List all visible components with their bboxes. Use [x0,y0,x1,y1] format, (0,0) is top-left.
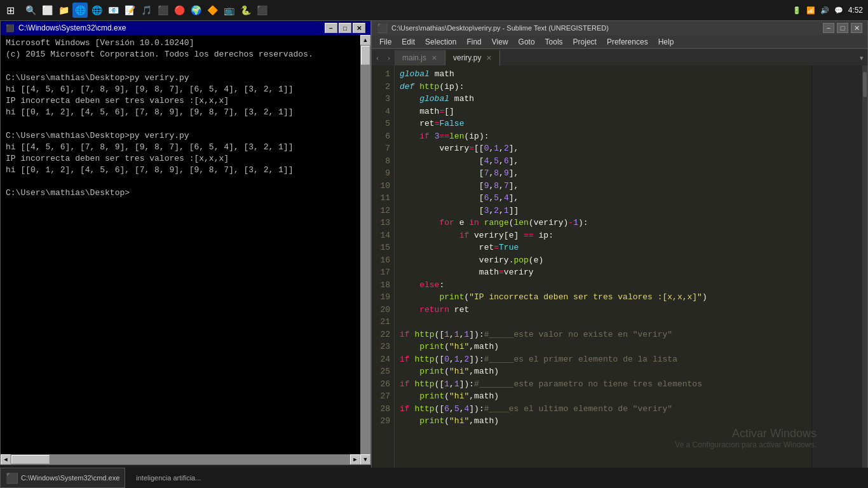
cmd-line: hi [[4, 5, 6], [7, 8, 9], [9, 8, 7], [6,… [6,84,365,95]
cmd-hscroll-thumb[interactable] [11,455,50,464]
menu-help[interactable]: Help [653,36,679,48]
cmd-close-button[interactable]: ✕ [353,23,365,33]
code-line-8: [4,5,6], [400,155,806,168]
tab-scroll-right-button[interactable]: › [383,50,395,65]
tab-main-js-close[interactable]: ✕ [431,54,437,62]
menu-edit[interactable]: Edit [397,36,420,48]
code-line-23: print("hi",math) [400,341,806,353]
code-line-2: def http(ip): [400,81,806,93]
menu-view[interactable]: View [487,36,513,48]
tab-scroll-left-button[interactable]: ‹ [372,50,383,65]
tab-veriry-py[interactable]: veriry.py ✕ [445,50,500,65]
menu-goto[interactable]: Goto [513,36,540,48]
cmd-scroll-down[interactable]: ▼ [360,454,370,464]
code-content[interactable]: global math def http(ip): global math ma… [395,65,811,473]
cmd-line: IP incorrecta deben ser tres valores :[x… [6,153,365,165]
code-line-24: if http([0,1,2]):#_____es el primer elem… [400,353,806,366]
cmd-maximize-button[interactable]: □ [339,23,351,33]
search-icon[interactable]: 🔍 [23,3,38,18]
app2-icon[interactable]: 📺 [221,3,236,18]
music-icon[interactable]: 🎵 [139,3,154,18]
sublime-titlebar: ⬛ C:\Users\mathias\Desktop\veriry.py - S… [372,21,867,35]
tab-main-js[interactable]: main.js ✕ [395,50,445,65]
code-line-29: print("hi",math) [400,415,806,428]
code-line-26: if http([1,1]):#_______este parametro no… [400,378,806,391]
bottom-thumbnail-label: inteligencia artificia... [136,474,201,482]
cmd-scroll-up[interactable]: ▲ [360,35,370,45]
cmd-scroll-left[interactable]: ◄ [1,454,11,464]
menu-selection[interactable]: Selection [420,36,461,48]
cmd-content: Microsoft Windows [Versión 10.0.10240] (… [1,35,370,464]
chrome-icon[interactable]: 🌐 [72,3,88,18]
code-line-11: [6,5,4], [400,192,806,205]
cmd-line [6,60,365,72]
code-line-28: if http([6,5,4]):#____es el ultimo eleme… [400,403,806,416]
menu-project[interactable]: Project [568,36,602,48]
cmd-taskbar-icon[interactable]: ⬛ [155,3,170,18]
sublime-minimize-button[interactable]: − [823,23,834,33]
tab-dropdown-button[interactable]: ▾ [856,50,867,65]
cmd-title-icon: ⬛ [6,24,15,32]
line-numbers: 12345 678910 1112131415 1617181920 21222… [372,65,395,473]
browser-icon[interactable]: 🌍 [188,3,203,18]
sublime-maximize-button[interactable]: □ [837,23,848,33]
cmd-minimize-button[interactable]: − [325,23,337,33]
sublime-window-controls: − □ ✕ [823,23,862,33]
cmd-line: C:\Users\mathias\Desktop>py veriry.py [6,72,365,84]
clock: 4:52 [848,6,863,15]
menu-preferences[interactable]: Preferences [602,36,653,48]
cmd-window-controls: − □ ✕ [325,23,365,33]
sublime-window: ⬛ C:\Users\mathias\Desktop\veriry.py - S… [371,20,868,488]
menu-tools[interactable]: Tools [540,36,568,48]
tab-veriry-py-close[interactable]: ✕ [486,54,492,62]
code-line-3: global math [400,93,806,105]
cmd-scrollbar[interactable]: ▲ ▼ [360,35,370,464]
bottom-task-cmd[interactable]: ⬛ C:\Windows\System32\cmd.exe [0,468,125,488]
volume-icon: 🔊 [820,6,829,15]
code-line-9: [7,8,9], [400,167,806,180]
code-line-4: math=[] [400,105,806,118]
taskbar-icons: 🔍 ⬜ 📁 🌐 🌐 📧 📝 🎵 ⬛ 🔴 🌍 🔶 📺 🐍 ⬛ [20,3,272,18]
bottom-taskbar: ⬛ C:\Windows\System32\cmd.exe inteligenc… [0,468,868,488]
bottom-task-thumbnail[interactable]: inteligencia artificia... [130,468,207,488]
taskbar: ⊞ 🔍 ⬜ 📁 🌐 🌐 📧 📝 🎵 ⬛ 🔴 🌍 🔶 📺 🐍 ⬛ 🔋 📶 🔊 💬 … [0,0,868,20]
file-explorer-icon[interactable]: 📁 [56,3,71,18]
cmd-line: C:\Users\mathias\Desktop> [6,187,365,199]
cmd-line: (c) 2015 Microsoft Corporation. Todos lo… [6,49,365,60]
taskbar-right: 🔋 📶 🔊 💬 4:52 [792,6,868,15]
battery-icon: 🔋 [792,6,801,15]
sublime-taskbar-icon[interactable]: ⬛ [254,3,269,18]
code-line-15: ret=True [400,241,806,254]
sublime-title: C:\Users\mathias\Desktop\veriry.py - Sub… [391,24,823,32]
code-line-17: math=veriry [400,266,806,279]
cmd-window: ⬛ C:\Windows\System32\cmd.exe − □ ✕ Micr… [0,20,371,465]
windows-icon: ⊞ [6,4,15,17]
task-view-icon[interactable]: ⬜ [39,3,55,18]
cmd-scroll-track[interactable] [360,45,370,454]
sublime-scrollbar-thumb[interactable] [863,72,867,97]
notification-icon: 💬 [834,6,843,15]
sublime-scrollbar[interactable] [862,65,867,473]
cmd-hscroll-track[interactable] [11,454,350,464]
wifi-icon: 📶 [806,6,815,15]
menu-file[interactable]: File [374,36,397,48]
word-icon[interactable]: 📝 [122,3,137,18]
code-line-19: print("IP incorrecta deben ser tres valo… [400,291,806,304]
cmd-scroll-right[interactable]: ► [350,454,360,464]
start-button[interactable]: ⊞ [0,0,20,20]
app3-icon[interactable]: 🐍 [238,3,253,18]
cmd-line: hi [[4, 5, 6], [7, 8, 9], [9, 8, 7], [6,… [6,142,365,153]
edge-icon[interactable]: 🌐 [89,3,104,18]
code-line-16: veriry.pop(e) [400,254,806,267]
vlc-icon[interactable]: 🔴 [172,3,187,18]
sublime-title-icon: ⬛ [377,23,388,33]
menu-find[interactable]: Find [461,36,486,48]
sublime-close-button[interactable]: ✕ [851,23,862,33]
cmd-hscrollbar[interactable]: ◄ ► [1,454,360,464]
code-line-6: if 3==len(ip): [400,130,806,143]
cmd-line: C:\Users\mathias\Desktop>py veriry.py [6,130,365,142]
mail-icon[interactable]: 📧 [105,3,121,18]
app-icon[interactable]: 🔶 [205,3,220,18]
code-line-5: ret=False [400,118,806,130]
cmd-scroll-thumb[interactable] [361,46,370,65]
